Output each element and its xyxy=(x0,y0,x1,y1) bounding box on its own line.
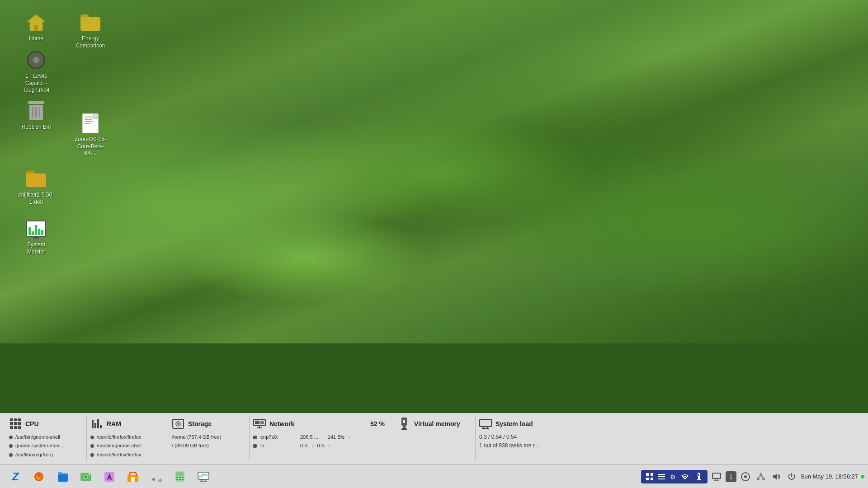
svg-point-58 xyxy=(744,475,747,478)
svg-rect-48 xyxy=(658,479,665,479)
svg-rect-31 xyxy=(176,472,184,476)
svg-rect-13 xyxy=(403,420,405,423)
tray-power-icon[interactable] xyxy=(785,470,798,483)
tray-apps-icon[interactable] xyxy=(739,470,752,483)
taskbar-software[interactable] xyxy=(98,468,121,486)
zorin-icon: Z xyxy=(8,469,23,484)
svg-rect-45 xyxy=(651,478,653,480)
network-section: Network 52 % enp7s0: 206.5 ... ↓ 141 B/s… xyxy=(250,416,394,461)
ram-dot-2 xyxy=(90,444,94,448)
taskbar-tools[interactable] xyxy=(145,468,168,486)
tray-separator-1 xyxy=(692,473,692,481)
tray-number-badge[interactable]: 1 xyxy=(726,471,736,482)
svg-line-62 xyxy=(758,475,761,478)
net-dot-2 xyxy=(253,444,257,448)
sysmon-widget: CPU /usr/bin/gnome-shell gnome-system-mo… xyxy=(0,413,868,465)
taskbar-sysmonitor[interactable] xyxy=(192,468,215,486)
svg-point-24 xyxy=(89,473,90,475)
svg-point-29 xyxy=(152,478,155,481)
svg-rect-12 xyxy=(401,428,407,430)
desktop-icon-cnijfilter[interactable]: cnijfilter2-5.50-1-deb xyxy=(16,166,57,207)
svg-rect-1 xyxy=(34,25,38,31)
tray-network-icon[interactable] xyxy=(755,470,767,483)
svg-rect-53 xyxy=(712,473,721,479)
cpu-process-1: /usr/bin/gnome-shell xyxy=(9,433,77,442)
energy-folder-icon xyxy=(80,12,101,33)
svg-rect-46 xyxy=(658,474,665,475)
cnijfilter-folder-icon xyxy=(25,168,47,190)
svg-rect-14 xyxy=(480,419,491,427)
clock-display: Sun May 19, 18:56:27 xyxy=(801,473,858,480)
home-icon-label: Home xyxy=(29,35,43,42)
desktop-icon-sysmonitor[interactable]: System Monitor xyxy=(16,216,57,257)
svg-point-59 xyxy=(760,474,762,475)
taskbar-files[interactable] xyxy=(51,468,74,486)
software-icon xyxy=(102,469,117,484)
virtual-memory-section: Virtual memory xyxy=(394,416,476,461)
svg-rect-36 xyxy=(179,479,181,480)
tray-wifi-icon[interactable] xyxy=(680,472,690,482)
svg-rect-6 xyxy=(255,421,259,424)
svg-rect-43 xyxy=(651,473,653,476)
desktop-icon-music[interactable]: 1 - Lewis Capaldi - Tough.mp4 xyxy=(16,47,57,96)
tray-display-icon[interactable] xyxy=(710,470,723,483)
ram-process-1: /usr/lib/firefox/firefox xyxy=(90,433,159,442)
tray-usb-icon[interactable] xyxy=(694,472,704,482)
taskbar-zorin-button[interactable]: Z xyxy=(4,468,27,486)
sysload-widget-icon xyxy=(479,418,492,430)
desktop: Home Energy Comparison 1 - Lewis Capaldi… xyxy=(0,0,868,343)
tray-grid-icon[interactable] xyxy=(645,472,655,482)
tray-settings-icon[interactable]: ⚙ xyxy=(668,472,678,482)
status-indicator xyxy=(861,475,864,479)
svg-point-23 xyxy=(85,475,87,478)
desktop-icon-home[interactable]: Home xyxy=(16,10,57,44)
taskbar-firefox[interactable] xyxy=(27,468,51,486)
desktop-icon-trash[interactable]: Rubbish Bin xyxy=(16,99,57,133)
svg-point-60 xyxy=(757,478,759,480)
sysmonitor-desktop-icon xyxy=(25,218,47,239)
svg-rect-34 xyxy=(182,477,184,478)
storage-section: Storage /home (757.4 GB free) / (39.09 G… xyxy=(168,416,250,461)
sysmonitor-desktop-label: System Monitor xyxy=(18,241,55,255)
ram-section: RAM /usr/lib/firefox/firefox /usr/bin/gn… xyxy=(87,416,168,461)
clock-area[interactable]: Sun May 19, 18:56:27 xyxy=(801,473,864,480)
system-load-value: 0.3 / 0.54 / 0.54 xyxy=(479,433,548,441)
svg-rect-28 xyxy=(131,477,135,482)
taskbar: Z xyxy=(0,465,868,488)
home-folder-icon xyxy=(25,12,47,33)
tray-volume-icon[interactable] xyxy=(770,470,783,483)
svg-marker-0 xyxy=(27,14,45,31)
svg-point-4 xyxy=(177,423,179,425)
calculator-icon xyxy=(173,469,187,484)
cpu-title: CPU xyxy=(25,420,39,427)
virtual-memory-title: Virtual memory xyxy=(414,420,460,427)
net-interface-2: lo: 0 B ↓ 0 B ↑ xyxy=(253,441,385,450)
taskbar-calculator[interactable] xyxy=(168,468,192,486)
energy-icon-label: Energy Comparison xyxy=(72,35,109,49)
ram-dot-1 xyxy=(90,436,94,439)
desktop-icon-energy[interactable]: Energy Comparison xyxy=(70,10,111,51)
svg-rect-52 xyxy=(698,474,699,476)
bottom-panel: CPU /usr/bin/gnome-shell gnome-system-mo… xyxy=(0,413,868,488)
storage-title: Storage xyxy=(188,420,212,427)
svg-rect-33 xyxy=(179,477,181,478)
music-icon-label: 1 - Lewis Capaldi - Tough.mp4 xyxy=(18,73,55,94)
svg-rect-37 xyxy=(182,479,184,480)
photos-icon xyxy=(79,469,93,484)
svg-point-61 xyxy=(763,478,764,480)
zorin-iso-icon xyxy=(80,113,101,134)
cpu-widget-icon xyxy=(9,418,22,430)
zorin-iso-label: Zorin-OS-15-Core-Beta-64-... xyxy=(72,136,109,157)
svg-rect-35 xyxy=(176,479,178,480)
taskbar-photos[interactable] xyxy=(74,468,98,486)
tools-icon xyxy=(149,469,164,484)
taskbar-store[interactable] xyxy=(121,468,145,486)
desktop-icon-zorin-iso[interactable]: Zorin-OS-15-Core-Beta-64-... xyxy=(70,111,111,159)
tray-list-icon[interactable] xyxy=(656,472,666,482)
svg-rect-51 xyxy=(697,479,701,480)
svg-rect-44 xyxy=(646,478,649,480)
cnijfilter-icon-label: cnijfilter2-5.50-1-deb xyxy=(18,192,55,206)
svg-marker-64 xyxy=(773,474,777,480)
ram-dot-3 xyxy=(90,453,94,457)
sysmonitor-taskbar-icon xyxy=(196,469,211,484)
